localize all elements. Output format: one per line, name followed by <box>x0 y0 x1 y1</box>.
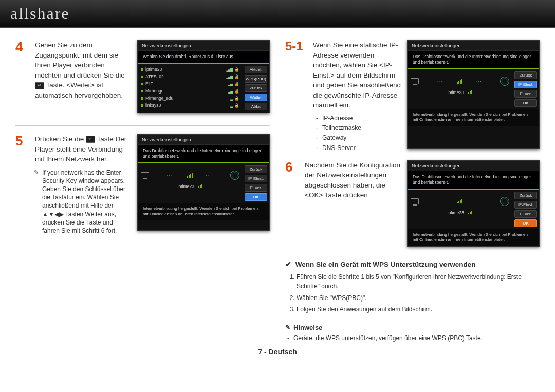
lock-icon: 🔒 <box>234 74 239 79</box>
ssid-text: iptime23 <box>178 184 194 189</box>
mini-subtitle: Wählen Sie den drahtl. Router aus d. Lis… <box>138 51 269 64</box>
left-column: 4 Gehen Sie zu dem Zugangspunkt, mit dem… <box>15 40 270 342</box>
screenshot-ok: Netzwerkeinstellungen Das Drahtlosnetzwe… <box>407 160 540 247</box>
screenshot-connected: Netzwerkeinstellungen Das Drahtlosnetzwe… <box>137 134 270 231</box>
list-item: Folgen Sie den Anweisungen auf dem Bilds… <box>297 305 540 314</box>
cancel-button: Abbr. <box>245 103 267 110</box>
connection-line: ····· <box>153 173 183 178</box>
mini-sidebar: Zurück IP-Einst. E. ver. OK <box>512 190 539 229</box>
step-number: 5 <box>15 134 29 235</box>
lock-icon: 🔒 <box>234 67 239 72</box>
step-5-1: 5-1 Wenn Sie eine statische IP-Adresse v… <box>285 40 540 153</box>
wps-steps-list: Führen Sie die Schritte 1 bis 5 von "Kon… <box>285 272 540 314</box>
lock-icon: 🔒 <box>234 103 239 108</box>
refresh-button: Aktual. <box>245 66 267 73</box>
enter-button-icon <box>35 82 44 89</box>
hints-body: Geräte, die WPS unterstützen, verfügen ü… <box>285 334 540 342</box>
mini-subtitle: Das Drahtlosnetzwerk und die Internetver… <box>408 171 539 190</box>
next-button: Weiter <box>245 94 267 101</box>
network-item: linksys3 <box>145 103 228 108</box>
wps-button: WPS(PBC) <box>245 75 267 83</box>
mini-title: Netzwerkeinstellungen <box>138 135 269 145</box>
step-number: 5-1 <box>285 40 307 153</box>
step-number: 6 <box>285 160 299 251</box>
signal-icon <box>457 199 462 203</box>
step-5: 5 Drücken Sie die Taste Der Player stell… <box>15 134 270 235</box>
connection-figure: ····· ····· <box>411 192 509 208</box>
signal-icon <box>457 79 462 84</box>
ssid-label: iptime23 <box>411 208 509 217</box>
pc-icon <box>411 198 419 204</box>
verify-button: E. ver. <box>514 210 537 218</box>
text-segment: Drücken Sie die <box>35 135 86 143</box>
ip-settings-button: IP-Einst. <box>514 201 537 209</box>
mini-message: Internetverbindung hergestellt. Wenden S… <box>408 109 539 126</box>
mini-sidebar: Zurück IP-Einst. E. ver. OK <box>243 163 269 203</box>
list-item: IP-Adresse <box>322 114 402 123</box>
mini-message: Internetverbindung hergestellt. Wenden S… <box>408 229 539 246</box>
globe-icon <box>500 197 509 206</box>
back-button: Zurück <box>514 192 537 199</box>
mini-message: Internetverbindung hergestellt. Wenden S… <box>138 203 269 220</box>
verify-button: E. ver. <box>514 90 537 98</box>
ssid-text: iptime23 <box>448 90 464 95</box>
enter-button-icon <box>86 136 95 143</box>
mini-sidebar: Aktual. WPS(PBC) Zurück Weiter Abbr. <box>243 64 269 113</box>
network-item: Mirhenge_edu <box>145 96 228 101</box>
mini-title: Netzwerkeinstellungen <box>138 41 269 51</box>
ok-button: OK <box>245 193 267 201</box>
hints-heading: Hinweise <box>285 324 540 331</box>
ssid-label: iptime23 <box>411 88 509 97</box>
network-list: iptime23▂▄▆🔒 ATES_02▂▄▆🔒 ELT▂▄🔒 Mirhenge… <box>138 64 243 113</box>
globe-icon <box>230 171 239 180</box>
wps-section-heading: ✔ Wenn Sie ein Gerät mit WPS Unterstützu… <box>285 260 540 268</box>
mini-title: Netzwerkeinstellungen <box>408 161 539 171</box>
back-button: Zurück <box>245 165 267 173</box>
step-6: 6 Nachdem Sie die Konfiguration der Netz… <box>285 160 540 251</box>
page-header: allshare <box>0 0 555 28</box>
screenshot-ip-settings: Netzwerkeinstellungen Das Drahtlosnetzwe… <box>407 40 540 149</box>
signal-icon <box>187 173 193 178</box>
heading-text: Wenn Sie ein Gerät mit WPS Unterstützung… <box>295 260 476 268</box>
network-item: ATES_02 <box>145 74 225 79</box>
mini-sidebar: Zurück IP-Einst. E. ver. OK <box>512 69 539 109</box>
lock-icon: 🔒 <box>234 96 239 101</box>
list-item: Wählen Sie "WPS(PBC)". <box>297 293 540 303</box>
pc-icon <box>411 78 419 84</box>
network-item: iptime23 <box>145 67 225 72</box>
step-note: If your network has the Enter Security K… <box>35 169 132 235</box>
step-text: Drücken Sie die Taste Der Player stellt … <box>35 134 132 164</box>
divider <box>15 125 270 126</box>
page-footer: 7 - Deutsch <box>0 348 555 356</box>
right-column: 5-1 Wenn Sie eine statische IP-Adresse v… <box>285 40 540 342</box>
allshare-logo: allshare <box>10 4 70 23</box>
ok-button: OK <box>514 219 537 227</box>
connection-figure: ····· ····· <box>411 71 509 88</box>
mini-title: Netzwerkeinstellungen <box>408 41 539 51</box>
signal-icon: ▂▄▆ <box>227 74 232 79</box>
check-icon: ✔ <box>285 260 291 268</box>
connection-figure: ····· ····· <box>141 165 239 182</box>
text-segment: Gehen Sie zu dem Zugangspunkt, mit dem s… <box>35 41 125 79</box>
back-button: Zurück <box>245 84 267 92</box>
note-text: If your network has the Enter Security K… <box>42 169 125 226</box>
signal-icon: ▂▄ <box>228 89 232 94</box>
step-text: Gehen Sie zu dem Zugangspunkt, mit dem s… <box>35 40 132 117</box>
ssid-text: iptime23 <box>448 210 464 215</box>
mini-subtitle: Das Drahtlosnetzwerk und die Internetver… <box>408 51 539 69</box>
step-number: 4 <box>15 40 29 117</box>
page-content: 4 Gehen Sie zu dem Zugangspunkt, mit dem… <box>0 28 555 345</box>
network-item: ELT <box>145 81 226 86</box>
network-item: Mirhenge <box>145 88 226 94</box>
connection-line: ····· <box>197 173 227 178</box>
list-item: DNS-Server <box>322 143 402 153</box>
text-segment: Taste. <Weiter> ist automatisch hervorge… <box>35 81 123 99</box>
ok-button: OK <box>514 99 537 107</box>
ip-settings-button: IP-Einst. <box>245 175 267 182</box>
globe-icon <box>500 77 509 86</box>
signal-icon: ▂ <box>230 96 232 101</box>
step-text: Wenn Sie eine statische IP-Adresse verwe… <box>313 40 402 110</box>
lock-icon: 🔒 <box>234 82 239 86</box>
mini-subtitle: Das Drahtlosnetzwerk und die Internetver… <box>138 145 269 163</box>
screenshot-network-list: Netzwerkeinstellungen Wählen Sie den dra… <box>137 40 270 113</box>
